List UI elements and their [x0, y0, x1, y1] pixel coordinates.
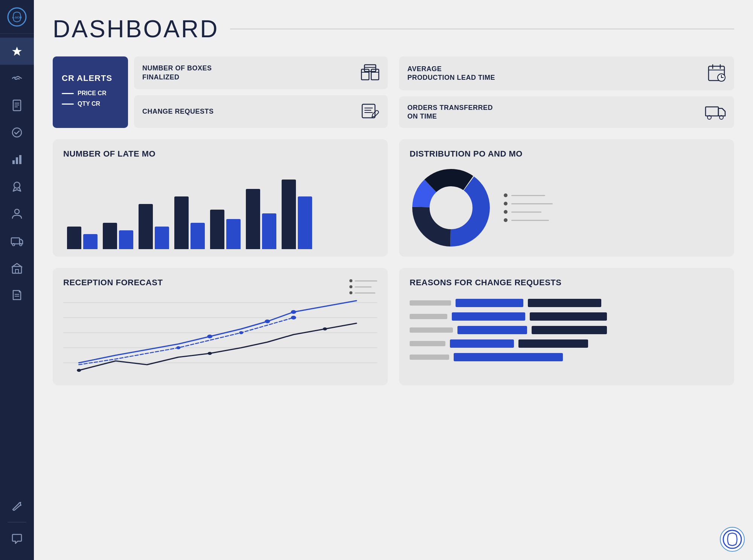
legend-line-4 [511, 220, 549, 221]
sidebar: e-SCM [0, 0, 34, 560]
legend-dot-3 [504, 210, 508, 214]
distribution-panel: DISTRIBUTION PO AND MO [399, 139, 734, 257]
sidebar-item-tools[interactable] [0, 492, 34, 519]
reception-panel: RECEPTION FORECAST [53, 268, 388, 385]
change-requests-label: CHANGE REQUESTS [142, 107, 214, 116]
hbar-row-2 [410, 312, 724, 321]
sidebar-item-warehouse[interactable] [0, 254, 34, 282]
charts-row-2: RECEPTION FORECAST [53, 268, 734, 385]
cr-price-item: PRICE CR [62, 90, 119, 97]
reasons-title: REASONS FOR CHANGE REQUESTS [410, 278, 724, 288]
brand-watermark [719, 526, 745, 552]
bar-dark [246, 189, 260, 249]
bar-group-5 [210, 210, 241, 249]
metric-boxes-finalized[interactable]: NUMBER OF BOXES FINALIZED [134, 56, 388, 89]
avg-lead-label: AVERAGE PRODUCTION LEAD TIME [407, 65, 495, 82]
late-mo-title: NUMBER OF LATE MO [63, 149, 377, 159]
metric-change-requests[interactable]: CHANGE REQUESTS [134, 95, 388, 128]
sidebar-item-truck[interactable] [0, 227, 34, 254]
legend-item-2 [504, 202, 553, 205]
header-line [230, 29, 734, 29]
sidebar-item-document[interactable] [0, 92, 34, 119]
legend-item-4 [504, 218, 553, 222]
delivery-icon [705, 103, 726, 121]
legend-dot-4 [504, 218, 508, 222]
svg-rect-20 [361, 69, 369, 80]
bar-dark [210, 210, 224, 249]
top-left: CR ALERTS PRICE CR QTY CR NUMBER OF BOXE… [53, 56, 388, 128]
bar-group-2 [103, 223, 133, 249]
hbar-blue-3 [457, 326, 527, 334]
cr-qty-item: QTY CR [62, 100, 119, 107]
metric-avg-lead-time[interactable]: AVERAGE PRODUCTION LEAD TIME [399, 56, 734, 90]
reception-svg [63, 295, 377, 378]
bar-group-7 [282, 180, 312, 249]
late-mo-chart [63, 166, 377, 249]
reception-title: RECEPTION FORECAST [63, 278, 163, 288]
svg-rect-37 [706, 107, 718, 116]
metric-orders-transferred[interactable]: ORDERS TRANSFERRED ON TIME [399, 96, 734, 128]
bar-blue [191, 223, 205, 249]
rec-line-1 [355, 280, 377, 282]
svg-point-56 [291, 316, 296, 320]
rec-leg-3 [349, 291, 377, 294]
svg-point-54 [176, 346, 180, 349]
hbar-row-1 [410, 299, 724, 307]
top-row: CR ALERTS PRICE CR QTY CR NUMBER OF BOXE… [53, 56, 734, 128]
svg-point-7 [12, 128, 21, 137]
main-content: DASHBOARD CR ALERTS PRICE CR QTY CR [34, 0, 753, 560]
rec-dot-1 [349, 279, 352, 282]
hbar-label-4 [410, 341, 445, 346]
bar-dark [174, 196, 189, 249]
sidebar-item-chat[interactable] [0, 525, 34, 552]
hbar-blue-4 [450, 339, 514, 348]
bar-blue [262, 213, 276, 249]
svg-point-14 [12, 243, 15, 246]
cr-alerts-box[interactable]: CR ALERTS PRICE CR QTY CR [53, 56, 128, 128]
rec-line-2 [355, 286, 372, 288]
hbar-row-3 [410, 326, 724, 334]
svg-text:e-SCM: e-SCM [12, 16, 22, 19]
sidebar-divider [8, 522, 26, 522]
svg-rect-8 [12, 160, 15, 164]
calendar-icon [707, 63, 726, 84]
sidebar-item-star[interactable] [0, 38, 34, 65]
sidebar-item-check[interactable] [0, 119, 34, 146]
page-title: DASHBOARD [53, 15, 219, 43]
svg-point-57 [77, 369, 81, 372]
svg-rect-17 [15, 269, 18, 273]
svg-point-59 [323, 327, 327, 330]
hbar-dark-2 [530, 312, 607, 321]
bar-group-3 [139, 204, 169, 249]
qty-cr-label: QTY CR [78, 100, 100, 107]
reasons-panel: REASONS FOR CHANGE REQUESTS [399, 268, 734, 385]
legend-item-1 [504, 193, 553, 197]
svg-point-55 [239, 331, 243, 334]
sidebar-item-file[interactable] [0, 282, 34, 309]
hbar-label-1 [410, 300, 451, 306]
sidebar-item-user[interactable] [0, 200, 34, 227]
header: DASHBOARD [53, 15, 734, 43]
rec-dot-3 [349, 291, 352, 294]
sidebar-item-badge[interactable] [0, 173, 34, 200]
legend-item-3 [504, 210, 553, 214]
reasons-hbar-chart [410, 295, 724, 365]
svg-point-11 [14, 182, 20, 188]
hbar-dark-3 [532, 326, 607, 334]
bar-blue [226, 219, 241, 249]
change-requests-icon [361, 103, 380, 121]
sidebar-item-chart[interactable] [0, 146, 34, 173]
hbar-dark-4 [518, 339, 588, 348]
price-cr-label: PRICE CR [78, 90, 106, 97]
bar-blue [298, 196, 312, 249]
svg-rect-21 [371, 69, 379, 80]
late-mo-panel: NUMBER OF LATE MO [53, 139, 388, 257]
distribution-title: DISTRIBUTION PO AND MO [410, 149, 724, 159]
svg-point-45 [431, 188, 471, 227]
svg-rect-10 [19, 155, 21, 164]
charts-row-1: NUMBER OF LATE MO [53, 139, 734, 257]
sidebar-item-handshake[interactable] [0, 65, 34, 92]
hbar-row-4 [410, 339, 724, 348]
svg-point-53 [291, 310, 296, 314]
svg-point-12 [15, 209, 19, 214]
